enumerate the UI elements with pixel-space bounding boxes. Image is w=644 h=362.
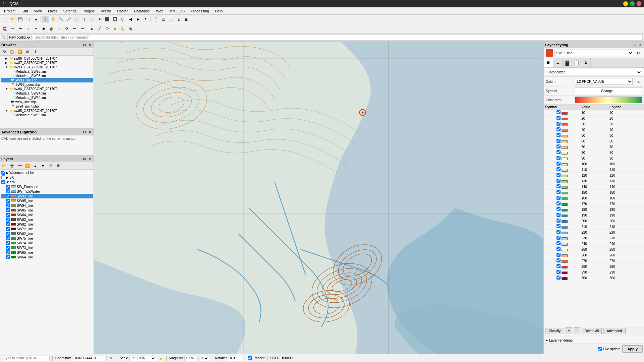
symbol-table-row[interactable]: 280 280: [544, 264, 644, 269]
change-symbol-btn[interactable]: Change...: [575, 87, 642, 94]
color-ramp-preview[interactable]: [575, 97, 642, 103]
layer-sw72-line[interactable]: SW72_line: [1, 227, 93, 231]
minimize-button[interactable]: −: [623, 1, 628, 6]
zoom-out-btn[interactable]: 🔎: [65, 16, 72, 23]
browser-filter-btn[interactable]: 🔽: [16, 48, 23, 56]
move-down-btn[interactable]: ▼: [39, 162, 47, 170]
symbol-table-row[interactable]: 20 20: [544, 116, 644, 121]
save-as-btn[interactable]: 📑: [24, 16, 32, 23]
menu-plugins[interactable]: Plugins: [80, 8, 97, 14]
rotate-btn[interactable]: ⟳: [63, 25, 70, 33]
zoom-next-btn[interactable]: ▶: [134, 16, 142, 23]
layer-sw62-line-cb[interactable]: [6, 232, 10, 236]
sym-check[interactable]: [557, 201, 561, 205]
zoom-full-btn[interactable]: ⬛: [104, 16, 111, 23]
select-btn[interactable]: ⬚: [88, 16, 96, 23]
plugin-btn[interactable]: 🔌: [127, 25, 134, 33]
sym-check[interactable]: [557, 156, 561, 160]
symbol-table-row[interactable]: 50 50: [544, 133, 644, 138]
layer-watercourselink-cb[interactable]: [1, 171, 5, 175]
sym-check[interactable]: [557, 162, 561, 166]
layer-sw-tidalwater-cb[interactable]: [6, 189, 10, 193]
rotation-input[interactable]: [229, 356, 242, 361]
symbol-table-row[interactable]: 30 30: [544, 121, 644, 127]
info-btn[interactable]: 📋: [152, 16, 159, 23]
symbol-table-row[interactable]: 150 150: [544, 190, 644, 195]
sym-check[interactable]: [557, 224, 561, 228]
sym-check[interactable]: [557, 264, 561, 268]
style-tab-graduated[interactable]: ▓: [563, 58, 572, 67]
open-layer-btn[interactable]: 📂: [1, 162, 8, 170]
styling-settings-btn[interactable]: ⚙: [635, 49, 642, 57]
symbol-table-row[interactable]: 160 160: [544, 195, 644, 201]
layer-sw65-line-cb[interactable]: [6, 250, 10, 254]
locate-input[interactable]: [3, 356, 50, 361]
browser-item-sw87[interactable]: ▶ 📁 sw87_OST50CONT_201707: [1, 61, 93, 65]
sym-check[interactable]: [557, 258, 561, 262]
split-btn[interactable]: ✂: [32, 25, 40, 33]
symbol-table-row[interactable]: 300 300: [544, 275, 644, 281]
layer-sw82-line[interactable]: SW82_line: [1, 222, 93, 227]
advanced-button[interactable]: Advanced: [603, 328, 625, 334]
sym-check[interactable]: [557, 247, 561, 251]
symbol-table-row[interactable]: 270 270: [544, 258, 644, 264]
browser-refresh-btn[interactable]: ↻: [1, 48, 8, 56]
symbol-table-row[interactable]: 250 250: [544, 247, 644, 252]
symbol-table-row[interactable]: 140 140: [544, 184, 644, 190]
sum-btn[interactable]: Σ: [175, 16, 182, 23]
move-btn[interactable]: ↔: [55, 25, 63, 33]
search-input[interactable]: [33, 35, 643, 41]
layer-sw73-line-cb[interactable]: [6, 246, 10, 250]
layer-rendering-section[interactable]: ▶ Layer rendering: [544, 337, 644, 344]
polygon-btn[interactable]: ⬠: [104, 25, 111, 33]
live-update-checkbox[interactable]: [598, 347, 602, 351]
symbol-table-row[interactable]: 90 90: [544, 156, 644, 161]
refresh-btn[interactable]: ↻: [142, 16, 150, 23]
config-select[interactable]: New config: [7, 34, 32, 41]
styling-close-btn[interactable]: ×: [638, 43, 643, 47]
add-layer-btn[interactable]: ➕: [8, 162, 16, 170]
renderer-select[interactable]: Categorized: [546, 69, 642, 75]
browser-item-metadata-sw95[interactable]: 📄 Metadata_SW95.xml: [1, 113, 93, 117]
sym-check[interactable]: [557, 196, 561, 200]
map-area[interactable]: [94, 42, 543, 354]
menu-mmqgis[interactable]: MMQGIS: [167, 8, 187, 14]
sym-check[interactable]: [557, 173, 561, 177]
layer-sw93-line-cb[interactable]: [6, 194, 10, 198]
add-class-button[interactable]: +: [566, 327, 572, 334]
symbol-table-row[interactable]: 60 60: [544, 138, 644, 144]
browser-item-sw93[interactable]: ▼ 📁 sw93_OST50CONT_201707: [1, 65, 93, 69]
styling-collapse-btn[interactable]: ⊟: [633, 43, 637, 47]
menu-vector[interactable]: Vector: [98, 8, 114, 14]
layer-sw95-line-cb[interactable]: [6, 199, 10, 203]
ring-btn[interactable]: ○: [111, 25, 119, 33]
new-project-btn[interactable]: 📄: [1, 16, 9, 23]
layer-sw72-line-cb[interactable]: [6, 227, 10, 231]
zoom-in-btn[interactable]: 🔍: [57, 16, 65, 23]
redo-btn[interactable]: ↪: [78, 25, 86, 33]
menu-view[interactable]: View: [31, 8, 45, 14]
sym-check[interactable]: [557, 110, 561, 114]
delete-btn[interactable]: 🗑: [48, 25, 55, 33]
symbol-table-row[interactable]: 40 40: [544, 127, 644, 133]
adv-dig-close-btn[interactable]: ×: [87, 130, 92, 134]
maximize-button[interactable]: □: [630, 1, 635, 6]
pan-btn[interactable]: ✋: [42, 16, 49, 23]
zoom-prev-btn[interactable]: ◀: [127, 16, 134, 23]
browser-item-sw94[interactable]: ▼ 📁 sw94_OST50CONT_201707: [1, 87, 93, 91]
undo-btn[interactable]: ↩: [71, 25, 78, 33]
browser-item-sw94-line[interactable]: 🗺 sw94_line.shp: [1, 100, 93, 104]
scale-select[interactable]: 1:130176: [129, 356, 156, 361]
symbol-table-row[interactable]: 100 100: [544, 161, 644, 167]
layer-sw74-line[interactable]: SW74_line: [1, 241, 93, 245]
sym-check[interactable]: [557, 144, 561, 148]
python-btn[interactable]: 🐍: [119, 25, 126, 33]
open-btn[interactable]: 📂: [9, 16, 16, 23]
symbol-table-row[interactable]: 80 80: [544, 150, 644, 156]
line-btn[interactable]: ╱: [96, 25, 103, 33]
browser-item-metadata-sw93-2[interactable]: 📄 Metadata_SW93.xml: [1, 74, 93, 78]
reshape-btn[interactable]: ↕: [24, 25, 32, 33]
sym-check[interactable]: [557, 236, 561, 240]
sym-check[interactable]: [557, 190, 561, 194]
layer-sw93-line[interactable]: SW93_line: [1, 194, 93, 198]
